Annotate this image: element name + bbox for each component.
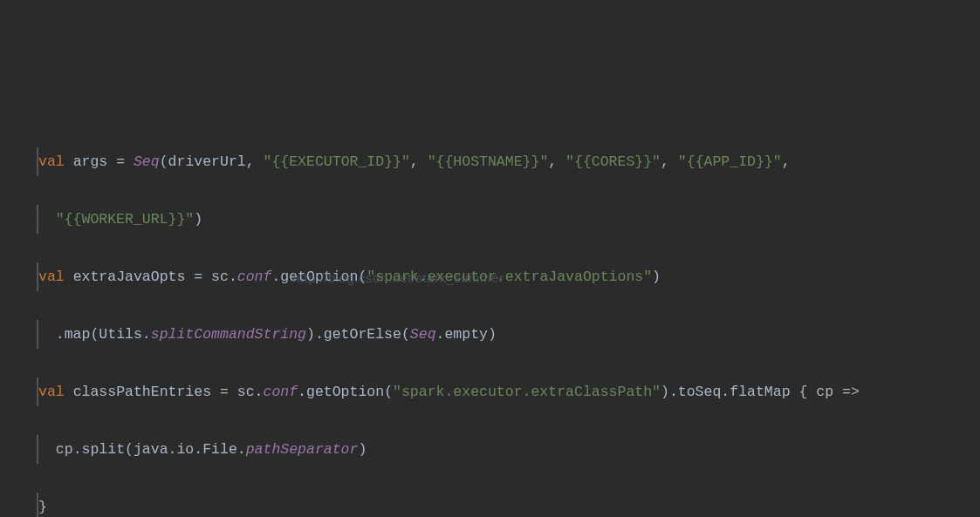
code-editor[interactable]: val args = Seq(driverUrl, "{{EXECUTOR_ID… <box>37 119 980 517</box>
code-line: cp.split(java.io.File.pathSeparator) <box>37 435 980 464</box>
code-line: .map(Utils.splitCommandString).getOrElse… <box>37 320 980 349</box>
keyword-val: val <box>38 153 65 170</box>
code-line: "{{WORKER_URL}}") <box>37 205 980 234</box>
code-line: val args = Seq(driverUrl, "{{EXECUTOR_ID… <box>37 147 980 176</box>
code-line: } <box>37 493 980 517</box>
string-literal: "{{EXECUTOR_ID}}" <box>264 153 410 170</box>
code-line: val classPathEntries = sc.conf.getOption… <box>37 378 980 406</box>
code-line: val extraJavaOpts = sc.conf.getOption("s… <box>37 262 980 291</box>
type-seq: Seq <box>134 153 160 170</box>
